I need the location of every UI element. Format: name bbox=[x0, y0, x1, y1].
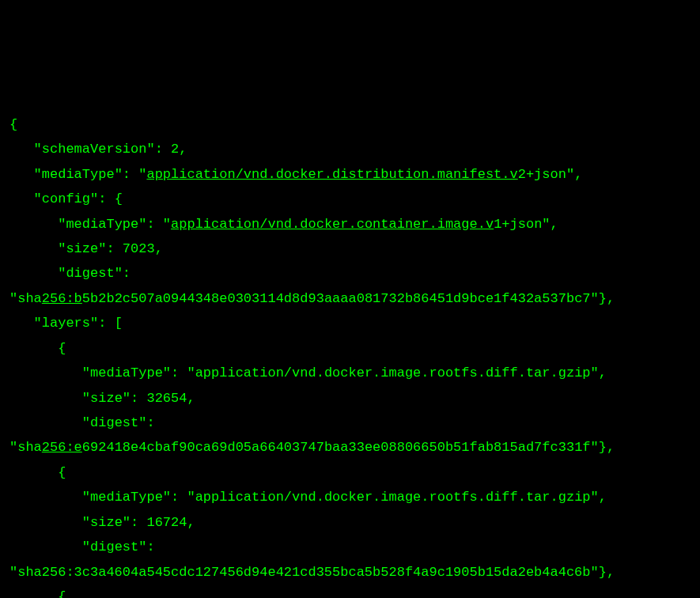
code-line: "digest": bbox=[9, 411, 691, 435]
code-line: "digest": bbox=[9, 261, 691, 286]
code-line: "digest": bbox=[9, 535, 691, 559]
code-line: "layers": [ bbox=[9, 311, 691, 335]
code-line: "mediaType": "application/vnd.docker.ima… bbox=[9, 361, 691, 385]
code-line: "mediaType": "application/vnd.docker.ima… bbox=[9, 485, 691, 509]
code-line: { bbox=[9, 112, 691, 137]
code-line: "sha256:e692418e4cbaf90ca69d05a66403747b… bbox=[9, 435, 691, 460]
code-line: "size": 16724, bbox=[9, 510, 691, 535]
code-line: { bbox=[9, 585, 691, 598]
code-line: { bbox=[9, 336, 691, 361]
media-type-link: application/vnd.docker.distribution.mani… bbox=[146, 167, 517, 182]
code-line: "size": 32654, bbox=[9, 386, 691, 411]
code-line: "size": 7023, bbox=[9, 237, 691, 261]
digest-link: 256:b bbox=[42, 291, 82, 306]
code-line: "sha256:b5b2b2c507a0944348e0303114d8d93a… bbox=[9, 286, 691, 311]
digest-link: 256:e bbox=[42, 440, 82, 455]
code-line: "mediaType": "application/vnd.docker.dis… bbox=[9, 162, 691, 187]
code-line: { bbox=[9, 460, 691, 485]
code-line: "mediaType": "application/vnd.docker.con… bbox=[9, 212, 691, 237]
media-type-link: application/vnd.docker.container.image.v bbox=[171, 217, 494, 232]
code-line: "config": { bbox=[9, 187, 691, 211]
json-code-block: { "schemaVersion": 2, "mediaType": "appl… bbox=[9, 112, 691, 598]
code-line: "sha256:3c3a4604a545cdc127456d94e421cd35… bbox=[9, 560, 691, 585]
code-line: "schemaVersion": 2, bbox=[9, 137, 691, 161]
